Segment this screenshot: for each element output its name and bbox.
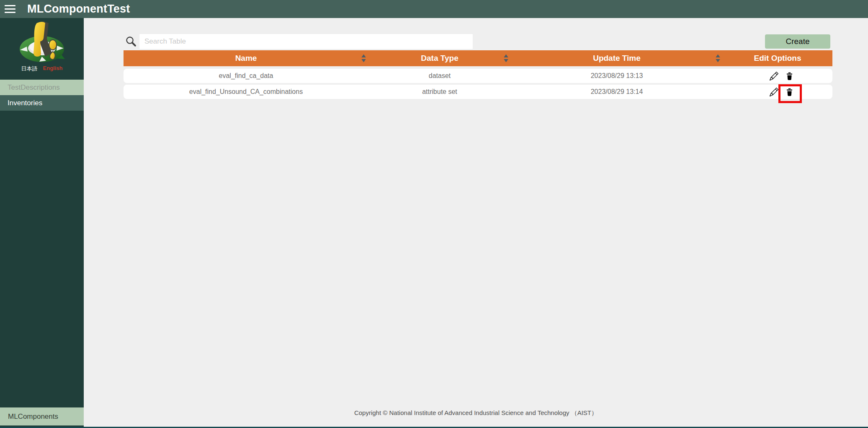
app-window: MLComponentTest [0,0,868,428]
app-logo-icon [18,21,66,63]
sidebar-item-inventories[interactable]: Inventories [0,95,84,111]
sidebar-item-mlcomponents[interactable]: MLComponents [0,407,84,425]
cell-editoptions [723,69,832,83]
sort-icon[interactable] [503,54,509,62]
cell-name: eval_find_Unsound_CA_combinations [124,85,368,99]
search-input[interactable] [139,34,473,49]
sidebar-item-testdescriptions[interactable]: TestDescriptions [0,80,84,95]
hamburger-menu-icon[interactable] [5,5,15,13]
column-header-updatetime[interactable]: Update Time [511,50,723,66]
sort-icon[interactable] [715,54,721,62]
top-bar: MLComponentTest [0,0,868,18]
column-label: Edit Options [754,54,801,63]
column-label: Name [235,54,257,63]
language-switcher: 日本語 English [0,65,84,73]
sort-icon[interactable] [361,54,366,62]
edit-pencil-icon[interactable] [770,72,778,80]
create-button[interactable]: Create [765,34,830,49]
search-icon[interactable] [125,36,137,47]
cell-datatype: attribute set [368,85,511,99]
cell-name: eval_find_ca_data [124,69,368,83]
table-row: eval_find_ca_data dataset 2023/08/29 13:… [124,69,832,83]
column-label: Update Time [593,54,641,63]
cell-datatype: dataset [368,69,511,83]
edit-pencil-icon[interactable] [770,88,778,96]
column-header-datatype[interactable]: Data Type [368,50,511,66]
footer-copyright: Copyright © National Institute of Advanc… [84,409,868,417]
sidebar: 日本語 English TestDescriptions Inventories… [0,18,84,427]
language-link-english[interactable]: English [43,65,63,73]
column-label: Data Type [421,54,458,63]
delete-trash-icon[interactable] [785,72,794,80]
cell-updatetime: 2023/08/29 13:13 [511,69,723,83]
table-row: eval_find_Unsound_CA_combinations attrib… [124,85,832,99]
delete-trash-icon[interactable] [785,88,794,96]
sidebar-menu: TestDescriptions Inventories [0,80,84,111]
cell-updatetime: 2023/08/29 13:14 [511,85,723,99]
column-header-name[interactable]: Name [124,50,368,66]
cell-editoptions [723,85,832,99]
language-link-japanese[interactable]: 日本語 [21,65,38,73]
app-title: MLComponentTest [27,3,130,16]
column-header-editoptions: Edit Options [723,50,832,66]
table-header: Name Data Type Update Time Edit Options [124,50,832,66]
